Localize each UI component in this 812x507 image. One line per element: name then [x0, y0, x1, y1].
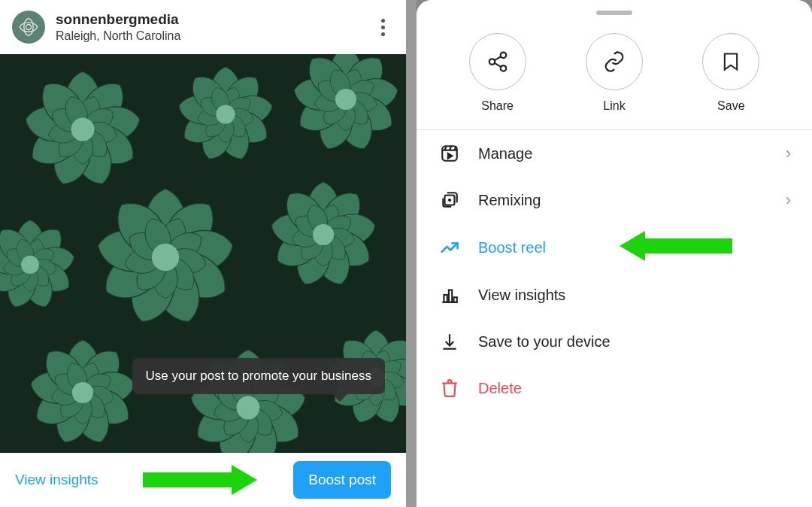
- svg-point-5: [500, 65, 506, 71]
- link-icon: [603, 50, 626, 73]
- save-action[interactable]: Save: [702, 33, 759, 113]
- view-insights-item[interactable]: View insights: [417, 272, 812, 318]
- post-view: sonnenbergmedia Raleigh, North Carolina: [0, 0, 406, 507]
- view-insights-link[interactable]: View insights: [15, 472, 98, 488]
- chevron-right-icon: ›: [786, 190, 791, 210]
- bottom-sheet: Share Link Save: [417, 0, 812, 507]
- link-action[interactable]: Link: [586, 33, 643, 113]
- boost-reel-label: Boost reel: [478, 239, 791, 257]
- svg-point-0: [26, 25, 32, 30]
- location[interactable]: Raleigh, North Carolina: [56, 29, 371, 43]
- save-to-device-label: Save to your device: [478, 333, 791, 351]
- save-label: Save: [717, 99, 744, 113]
- delete-label: Delete: [478, 380, 791, 397]
- trending-up-icon: [439, 237, 460, 258]
- quick-actions-row: Share Link Save: [417, 23, 812, 130]
- download-icon: [440, 332, 459, 351]
- share-icon: [486, 50, 509, 73]
- post-image[interactable]: Use your post to promote your business: [0, 54, 406, 453]
- sheet-menu-list: Manage › Remixing ›: [417, 130, 812, 507]
- username[interactable]: sonnenbergmedia: [56, 11, 371, 29]
- more-options-button[interactable]: [371, 16, 394, 38]
- manage-item[interactable]: Manage ›: [417, 130, 812, 177]
- annotation-arrow-boost-post: [143, 465, 271, 495]
- remixing-item[interactable]: Remixing ›: [417, 177, 812, 223]
- save-to-device-item[interactable]: Save to your device: [417, 318, 812, 365]
- svg-rect-18: [449, 290, 452, 302]
- svg-rect-17: [444, 295, 447, 302]
- chevron-right-icon: ›: [786, 144, 791, 163]
- boost-post-button[interactable]: Boost post: [293, 461, 391, 499]
- svg-line-6: [494, 56, 501, 60]
- svg-rect-19: [453, 297, 456, 302]
- boost-reel-item[interactable]: Boost reel: [417, 223, 812, 272]
- boost-tooltip: Use your post to promote your business: [132, 358, 385, 394]
- drag-handle[interactable]: [596, 11, 632, 15]
- action-sheet-view: Share Link Save: [417, 0, 812, 507]
- share-label: Share: [481, 99, 514, 113]
- view-insights-label: View insights: [478, 287, 791, 304]
- remixing-label: Remixing: [478, 192, 786, 209]
- svg-point-4: [489, 59, 495, 65]
- post-footer: View insights Boost post: [0, 453, 406, 507]
- manage-label: Manage: [478, 145, 786, 162]
- panel-divider: [406, 0, 417, 507]
- bar-chart-icon: [440, 285, 459, 305]
- delete-item[interactable]: Delete: [417, 365, 812, 411]
- avatar[interactable]: [12, 11, 45, 44]
- bookmark-icon: [720, 51, 741, 72]
- svg-point-3: [500, 53, 506, 59]
- remix-icon: [440, 190, 459, 210]
- post-header: sonnenbergmedia Raleigh, North Carolina: [0, 0, 406, 54]
- svg-line-7: [494, 63, 501, 67]
- link-label: Link: [603, 99, 625, 113]
- clapperboard-icon: [440, 144, 459, 163]
- share-action[interactable]: Share: [469, 33, 526, 113]
- header-text: sonnenbergmedia Raleigh, North Carolina: [56, 11, 371, 43]
- avatar-logo-icon: [18, 17, 39, 38]
- trash-icon: [440, 378, 459, 398]
